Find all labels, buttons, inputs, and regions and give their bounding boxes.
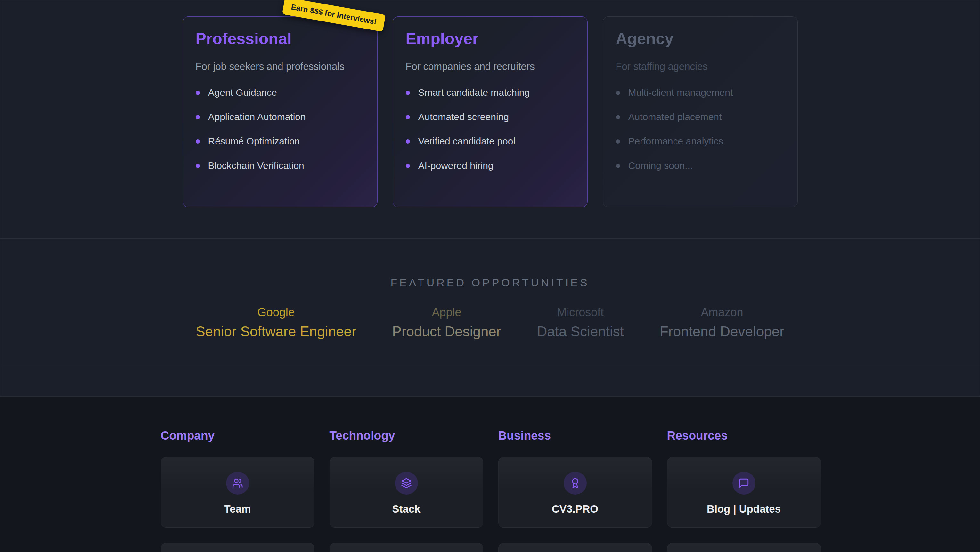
plan-feature: Multi-client management	[616, 87, 784, 98]
footer-column-business: Business CV3.PRO	[498, 429, 652, 552]
plan-feature: Automated screening	[406, 112, 574, 122]
plan-card-professional[interactable]: Earn $$$ for Interviews! Professional Fo…	[183, 16, 378, 207]
plan-feature-label: Performance analytics	[628, 136, 724, 147]
page: Earn $$$ for Interviews! Professional Fo…	[0, 0, 980, 552]
plan-feature: Performance analytics	[616, 136, 784, 147]
plans-row: Earn $$$ for Interviews! Professional Fo…	[0, 0, 980, 207]
bullet-dot-icon	[196, 164, 200, 168]
plan-feature-list: Agent Guidance Application Automation Ré…	[196, 87, 364, 171]
footer-column-header: Business	[498, 429, 652, 442]
plan-feature-label: Agent Guidance	[208, 87, 277, 98]
plan-feature: Smart candidate matching	[406, 87, 574, 98]
plan-feature-label: Automated screening	[418, 112, 509, 122]
featured-heading: FEATURED OPPORTUNITIES	[0, 239, 980, 289]
plan-feature: Automated placement	[616, 112, 784, 122]
plan-feature-list: Smart candidate matching Automated scree…	[406, 87, 574, 171]
footer: Company Team Technology Stack	[0, 397, 980, 552]
footer-grid: Company Team Technology Stack	[161, 397, 819, 552]
footer-card-partial[interactable]	[161, 543, 315, 552]
plan-feature-label: Verified candidate pool	[418, 136, 515, 147]
footer-card-partial[interactable]	[667, 543, 821, 552]
footer-column-header: Technology	[329, 429, 483, 442]
plan-feature: Coming soon...	[616, 160, 784, 171]
bullet-dot-icon	[196, 91, 200, 95]
plan-subtitle: For job seekers and professionals	[196, 61, 364, 72]
footer-card-label: Stack	[392, 503, 420, 515]
featured-role: Senior Software Engineer	[196, 324, 356, 340]
featured-company: Google	[196, 306, 356, 319]
plan-feature-label: Coming soon...	[628, 160, 693, 171]
plans-section: Earn $$$ for Interviews! Professional Fo…	[0, 0, 980, 239]
bullet-dot-icon	[196, 115, 200, 119]
footer-card-label: CV3.PRO	[552, 503, 598, 515]
footer-card-label: Team	[224, 503, 251, 515]
plan-card-employer[interactable]: Employer For companies and recruiters Sm…	[393, 16, 588, 207]
footer-column-resources: Resources Blog | Updates	[667, 429, 821, 552]
bullet-dot-icon	[406, 139, 410, 144]
users-icon	[226, 472, 249, 495]
featured-company: Apple	[392, 306, 501, 319]
earn-badge: Earn $$$ for Interviews!	[282, 0, 385, 32]
plan-title: Employer	[406, 29, 574, 48]
featured-role: Product Designer	[392, 324, 501, 340]
featured-section: FEATURED OPPORTUNITIES Google Senior Sof…	[0, 239, 980, 366]
featured-item-amazon[interactable]: Amazon Frontend Developer	[660, 306, 784, 340]
footer-card-blog[interactable]: Blog | Updates	[667, 457, 821, 528]
bullet-dot-icon	[406, 164, 410, 168]
plan-feature: Verified candidate pool	[406, 136, 574, 147]
footer-card-stack[interactable]: Stack	[329, 457, 483, 528]
plan-feature-label: Résumé Optimization	[208, 136, 300, 147]
plan-subtitle: For companies and recruiters	[406, 61, 574, 72]
plan-feature: Résumé Optimization	[196, 136, 364, 147]
plan-feature-list: Multi-client management Automated placem…	[616, 87, 784, 171]
message-icon	[732, 472, 756, 495]
footer-card-team[interactable]: Team	[161, 457, 315, 528]
featured-item-google[interactable]: Google Senior Software Engineer	[196, 306, 356, 340]
featured-company: Amazon	[660, 306, 784, 319]
featured-role: Frontend Developer	[660, 324, 784, 340]
footer-card-partial[interactable]	[329, 543, 483, 552]
award-icon	[564, 472, 587, 495]
footer-card-partial[interactable]	[498, 543, 652, 552]
footer-column-header: Company	[161, 429, 315, 442]
footer-card-cv3pro[interactable]: CV3.PRO	[498, 457, 652, 528]
bullet-dot-icon	[616, 139, 620, 144]
section-spacer	[0, 366, 980, 397]
plan-feature-label: AI-powered hiring	[418, 160, 493, 171]
plan-feature: Blockchain Verification	[196, 160, 364, 171]
featured-company: Microsoft	[537, 306, 624, 319]
bullet-dot-icon	[616, 115, 620, 119]
featured-item-apple[interactable]: Apple Product Designer	[392, 306, 501, 340]
plan-feature-label: Blockchain Verification	[208, 160, 304, 171]
plan-feature: AI-powered hiring	[406, 160, 574, 171]
plan-feature-label: Smart candidate matching	[418, 87, 530, 98]
plan-feature-label: Application Automation	[208, 112, 306, 122]
footer-column-header: Resources	[667, 429, 821, 442]
bullet-dot-icon	[616, 91, 620, 95]
bullet-dot-icon	[406, 115, 410, 119]
featured-row: Google Senior Software Engineer Apple Pr…	[0, 306, 980, 340]
layers-icon	[395, 472, 418, 495]
bullet-dot-icon	[406, 91, 410, 95]
plan-feature-label: Multi-client management	[628, 87, 733, 98]
plan-title: Professional	[196, 29, 364, 48]
featured-role: Data Scientist	[537, 324, 624, 340]
plan-subtitle: For staffing agencies	[616, 61, 784, 72]
footer-column-company: Company Team	[161, 429, 315, 552]
bullet-dot-icon	[616, 164, 620, 168]
footer-column-technology: Technology Stack	[329, 429, 483, 552]
plan-feature-label: Automated placement	[628, 112, 722, 122]
footer-card-label: Blog | Updates	[707, 503, 781, 515]
plan-feature: Agent Guidance	[196, 87, 364, 98]
featured-item-microsoft[interactable]: Microsoft Data Scientist	[537, 306, 624, 340]
bullet-dot-icon	[196, 139, 200, 144]
plan-feature: Application Automation	[196, 112, 364, 122]
plan-title: Agency	[616, 29, 784, 48]
plan-card-agency: Agency For staffing agencies Multi-clien…	[603, 16, 798, 207]
